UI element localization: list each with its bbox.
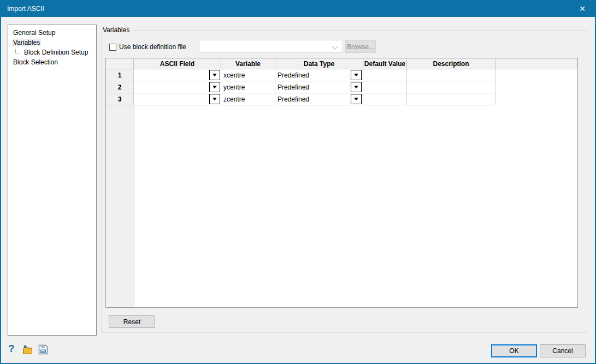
column-header: Description — [407, 58, 495, 69]
title-bar[interactable]: Import ASCII — [1, 0, 595, 17]
description-cell[interactable] — [407, 69, 495, 81]
import-ascii-dialog: Import ASCII ✕ General SetupVariablesBlo… — [0, 0, 596, 364]
ascii-field-cell[interactable] — [134, 93, 221, 105]
ascii-field-dropdown[interactable] — [209, 70, 220, 80]
data-type-value: Predefined — [275, 96, 309, 103]
column-header: ASCII Field — [134, 58, 221, 69]
tree-branch-line-icon — [15, 49, 21, 54]
sidebar-item-label: Block Selection — [12, 58, 59, 66]
data-type-dropdown[interactable] — [351, 70, 362, 80]
row-filler — [495, 81, 577, 93]
column-header: Data Type — [275, 58, 363, 69]
table-row: 3zcentrePredefined — [106, 93, 577, 105]
triangle-down-icon — [354, 98, 358, 100]
sidebar-item-general-setup[interactable]: General Setup — [8, 28, 96, 38]
triangle-down-icon — [213, 74, 217, 76]
table-empty-body — [134, 105, 577, 307]
row-number: 2 — [106, 81, 134, 93]
reset-button-label: Reset — [123, 318, 140, 326]
variable-value: xcentre — [221, 71, 245, 79]
default-value-cell[interactable] — [363, 69, 407, 81]
variables-group: Variables Use block definition file Brow… — [101, 30, 587, 333]
data-type-dropdown[interactable] — [351, 94, 362, 104]
close-icon: ✕ — [579, 4, 586, 13]
row-filler — [495, 69, 577, 81]
triangle-down-icon — [354, 74, 358, 76]
reset-button[interactable]: Reset — [109, 315, 155, 328]
row-number-gutter — [106, 105, 134, 307]
ok-button[interactable]: OK — [491, 344, 537, 357]
default-value-cell[interactable] — [363, 81, 407, 93]
ok-button-label: OK — [509, 347, 518, 355]
variable-value: zcentre — [221, 96, 245, 103]
sidebar-item-label: Block Definition Setup — [23, 49, 89, 56]
triangle-down-icon — [213, 86, 217, 88]
data-type-value: Predefined — [275, 71, 309, 79]
variable-cell[interactable]: ycentre — [221, 81, 275, 93]
table-empty-area — [106, 105, 577, 307]
row-number: 1 — [106, 69, 134, 81]
sidebar-item-label: Variables — [12, 39, 41, 46]
cancel-button[interactable]: Cancel — [540, 344, 586, 357]
data-type-cell[interactable]: Predefined — [275, 69, 363, 81]
table-row: 2ycentrePredefined — [106, 81, 577, 93]
ascii-field-dropdown[interactable] — [209, 82, 220, 92]
data-type-dropdown[interactable] — [351, 82, 362, 92]
use-block-definition-checkbox[interactable] — [109, 44, 116, 51]
description-cell[interactable] — [407, 93, 495, 105]
chevron-down-icon — [332, 43, 338, 49]
variable-cell[interactable]: zcentre — [221, 93, 275, 105]
column-header: Default Value — [363, 58, 407, 69]
sidebar-item-block-definition-setup[interactable]: Block Definition Setup — [8, 47, 96, 57]
description-cell[interactable] — [407, 81, 495, 93]
column-header: Variable — [221, 58, 275, 69]
row-number: 3 — [106, 93, 134, 105]
variable-value: ycentre — [221, 83, 245, 91]
row-filler — [495, 93, 577, 105]
table-header-row: ASCII FieldVariableData TypeDefault Valu… — [106, 58, 577, 69]
browse-button: Browse... — [345, 40, 376, 53]
cancel-button-label: Cancel — [552, 347, 573, 355]
ascii-field-dropdown[interactable] — [209, 94, 220, 104]
save-icon[interactable] — [38, 344, 48, 356]
data-type-cell[interactable]: Predefined — [275, 93, 363, 105]
data-type-value: Predefined — [275, 83, 309, 91]
sidebar-item-variables[interactable]: Variables — [8, 38, 96, 47]
setup-tree: General SetupVariablesBlock Definition S… — [8, 25, 97, 336]
table-row: 1xcentrePredefined — [106, 69, 577, 81]
row-number-header — [106, 58, 134, 69]
sidebar-item-block-selection[interactable]: Block Selection — [8, 57, 96, 67]
help-icon[interactable]: ? — [8, 343, 15, 355]
sidebar-item-label: General Setup — [12, 29, 56, 37]
triangle-down-icon — [213, 98, 217, 100]
window-title: Import ASCII — [7, 5, 44, 13]
ascii-field-cell[interactable] — [134, 81, 221, 93]
open-folder-icon[interactable] — [22, 344, 33, 356]
ascii-field-cell[interactable] — [134, 69, 221, 81]
browse-button-label: Browse... — [347, 43, 374, 51]
group-title: Variables — [102, 26, 133, 34]
header-filler — [495, 58, 577, 69]
data-type-cell[interactable]: Predefined — [275, 81, 363, 93]
use-block-definition-label[interactable]: Use block definition file — [119, 43, 186, 51]
close-button[interactable]: ✕ — [570, 0, 595, 17]
variable-cell[interactable]: xcentre — [221, 69, 275, 81]
default-value-cell[interactable] — [363, 93, 407, 105]
variables-table: ASCII FieldVariableData TypeDefault Valu… — [105, 58, 578, 308]
triangle-down-icon — [354, 86, 358, 88]
block-definition-file-combo — [199, 40, 343, 53]
